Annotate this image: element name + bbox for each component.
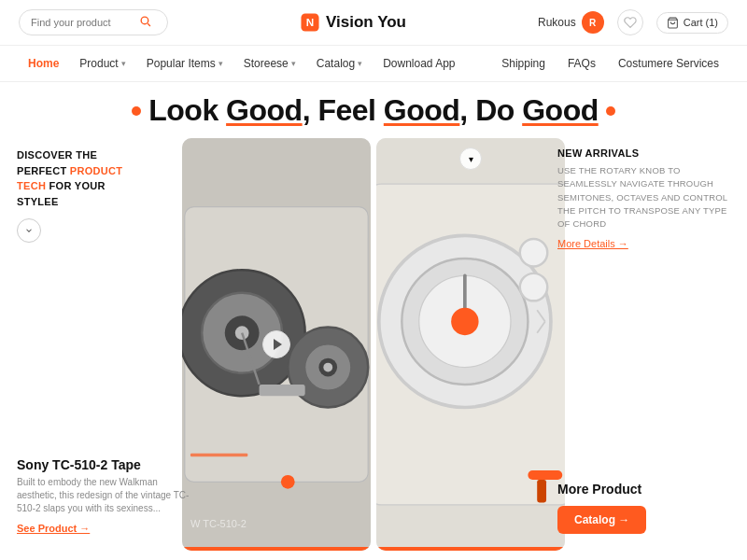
dot-left (132, 106, 141, 116)
svg-rect-18 (190, 454, 247, 457)
user-area[interactable]: Rukous R (538, 11, 604, 34)
product-info-left: Sony TC-510-2 Tape Built to embody the n… (17, 457, 190, 534)
play-button[interactable] (262, 330, 290, 358)
svg-rect-15 (260, 385, 305, 396)
top-bar: N Vision You Rukous R (0, 0, 747, 46)
center-images: W TC-510-2 (182, 138, 565, 551)
svg-text:N: N (306, 16, 314, 28)
svg-point-26 (520, 239, 547, 266)
product-description: Built to embody the new Walkman aestheti… (17, 476, 190, 515)
search-icon (139, 15, 151, 30)
new-arrivals-title: NEW ARRIVALS (557, 147, 730, 159)
headline-text: Look Good, Feel Good, Do Good (148, 93, 598, 128)
nav-bar: Home Product ▾ Popular Items ▾ Storeese … (0, 46, 747, 82)
svg-point-14 (323, 363, 332, 372)
nav-download[interactable]: Download App (374, 53, 464, 74)
product-name: Sony TC-510-2 Tape (17, 457, 190, 472)
cart-button[interactable]: Cart (1) (656, 12, 728, 34)
nav-right: Shipping FAQs Costumere Services (492, 53, 728, 74)
svg-point-28 (451, 308, 478, 335)
nav-customer-services[interactable]: Costumere Services (609, 53, 728, 74)
logo-area: N Vision You (187, 12, 519, 33)
more-product-section: More Product Catalog → (557, 482, 730, 534)
svg-point-10 (235, 326, 249, 340)
dot-right (606, 106, 615, 116)
scroll-down-button[interactable] (17, 218, 41, 243)
nav-left: Home Product ▾ Popular Items ▾ Storeese … (19, 53, 492, 74)
avatar: R (582, 11, 604, 34)
svg-rect-30 (537, 480, 546, 503)
play-icon (274, 339, 282, 350)
right-panel: NEW ARRIVALS USE THE ROTARY KNOB TO SEAM… (557, 147, 730, 249)
cart-label: Cart (1) (684, 17, 718, 28)
wishlist-button[interactable] (617, 9, 643, 35)
synth-svg (376, 138, 565, 551)
username-label: Rukous (538, 16, 576, 29)
see-product-link[interactable]: See Product → (17, 523, 190, 534)
nav-shipping[interactable]: Shipping (492, 53, 555, 74)
page-wrapper: N Vision You Rukous R (0, 0, 747, 560)
site-title: Vision You (326, 13, 406, 32)
product-image-right: ▾ (376, 138, 565, 551)
nav-home[interactable]: Home (19, 53, 68, 74)
svg-rect-29 (528, 470, 562, 480)
chevron-down-icon: ▾ (121, 59, 126, 68)
nav-storeese[interactable]: Storeese ▾ (234, 53, 305, 74)
svg-text:W TC-510-2: W TC-510-2 (190, 518, 247, 529)
nav-catalog[interactable]: Catalog ▾ (307, 53, 372, 74)
chevron-down-icon: ▾ (218, 59, 223, 68)
chevron-down-icon: ▾ (291, 59, 296, 68)
svg-point-17 (281, 475, 295, 489)
header-right: Rukous R Cart (1) (538, 9, 728, 35)
logo-icon: N (300, 12, 320, 33)
left-panel: DISCOVER THE PERFECT PRODUCTTECH FOR YOU… (17, 147, 190, 243)
search-input[interactable] (31, 17, 134, 28)
svg-point-27 (520, 273, 547, 301)
svg-line-1 (148, 23, 150, 26)
new-arrivals-description: USE THE ROTARY KNOB TO SEAMLESSLY NAVIGA… (557, 164, 730, 231)
search-box[interactable] (19, 9, 168, 35)
nav-product[interactable]: Product ▾ (70, 53, 134, 74)
svg-point-0 (141, 17, 148, 24)
discover-text: DISCOVER THE PERFECT PRODUCTTECH FOR YOU… (17, 147, 190, 209)
catalog-button[interactable]: Catalog → (557, 506, 646, 534)
dropdown-button[interactable]: ▾ (459, 147, 482, 170)
nav-popular[interactable]: Popular Items ▾ (137, 53, 233, 74)
hero-section: Look Good, Feel Good, Do Good DISCOVER T… (0, 82, 747, 560)
nav-faqs[interactable]: FAQs (558, 53, 605, 74)
product-image-left: W TC-510-2 (182, 138, 371, 551)
more-details-link[interactable]: More Details → (557, 238, 730, 249)
more-product-title: More Product (557, 482, 730, 497)
chevron-down-icon: ▾ (358, 59, 362, 68)
hero-headline: Look Good, Feel Good, Do Good (0, 93, 747, 128)
image-inner-left: W TC-510-2 (182, 138, 371, 551)
image-inner-right: ▾ (376, 138, 565, 551)
